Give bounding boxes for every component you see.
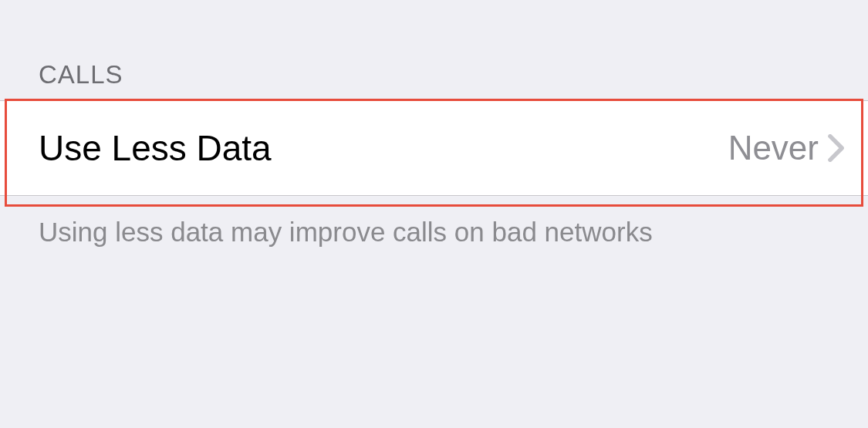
use-less-data-row[interactable]: Use Less Data Never: [0, 100, 868, 196]
chevron-right-icon: [828, 134, 845, 162]
row-value: Never: [728, 129, 819, 167]
section-footer: Using less data may improve calls on bad…: [0, 196, 868, 250]
section-header-calls: CALLS: [0, 0, 868, 100]
row-value-group: Never: [728, 129, 845, 167]
settings-row-wrapper: Use Less Data Never: [0, 100, 868, 196]
row-label: Use Less Data: [39, 127, 272, 169]
settings-container: CALLS Use Less Data Never Using less dat…: [0, 0, 868, 428]
